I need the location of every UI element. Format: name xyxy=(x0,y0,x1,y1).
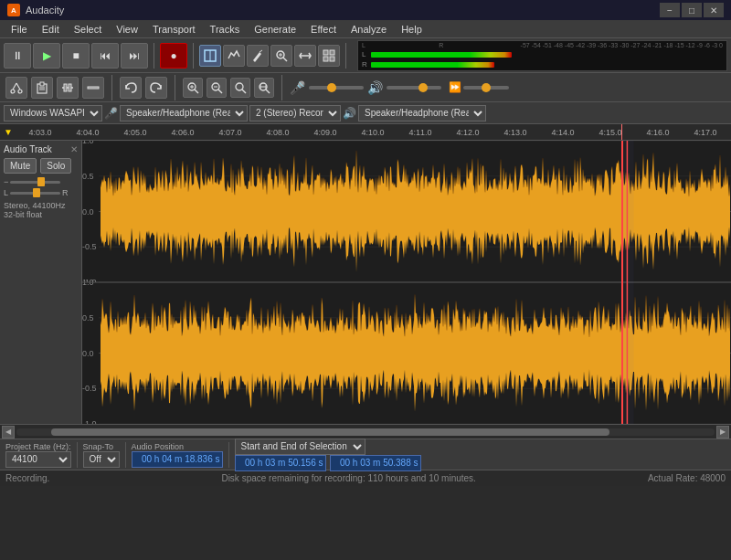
track-info: Stereo, 44100Hz 32-bit float xyxy=(4,201,78,219)
playback-speed-slider[interactable]: ⏩ xyxy=(449,81,509,93)
app-title: Audacity xyxy=(26,5,64,16)
menu-item-select[interactable]: Select xyxy=(67,20,110,38)
scroll-right-button[interactable]: ▶ xyxy=(716,426,729,438)
waveform-area[interactable] xyxy=(82,141,731,424)
zoom-fit-button[interactable] xyxy=(254,78,274,98)
level-label-r: R xyxy=(362,60,369,69)
mute-button[interactable]: Mute xyxy=(4,158,37,174)
input-device-icon: 🎤 xyxy=(104,107,118,120)
menu-item-effect[interactable]: Effect xyxy=(303,20,344,38)
track-controls-panel: Audio Track ✕ Mute Solo − L R Stereo xyxy=(0,141,82,424)
timeline-label: 4:05.0 xyxy=(111,128,159,137)
scroll-track[interactable] xyxy=(16,428,715,436)
mic-volume-slider[interactable] xyxy=(309,86,364,90)
pan-left-label: L xyxy=(4,188,8,197)
timeline-label: 4:13.0 xyxy=(492,128,539,137)
undo-button[interactable] xyxy=(120,77,142,99)
toolbar2-sep1 xyxy=(111,75,112,100)
timeline-label: 4:09.0 xyxy=(302,128,349,137)
timeline-label: 4:06.0 xyxy=(159,128,207,137)
svg-point-13 xyxy=(18,90,22,93)
status-rate: Actual Rate: 48000 xyxy=(648,473,726,483)
skip-start-button[interactable]: ⏮ xyxy=(91,43,119,69)
tool-zoom[interactable] xyxy=(270,45,292,67)
volume-slider[interactable] xyxy=(10,181,60,184)
zoom-out-button[interactable] xyxy=(207,78,227,98)
pan-slider[interactable] xyxy=(10,192,60,195)
selection-start-input[interactable] xyxy=(235,455,326,471)
tool-envelope[interactable] xyxy=(223,45,245,67)
skip-end-button[interactable]: ⏭ xyxy=(121,43,148,69)
tool-draw[interactable] xyxy=(247,45,269,67)
cut-button[interactable] xyxy=(5,77,27,99)
redo-button[interactable] xyxy=(145,77,167,99)
output-volume-slider[interactable] xyxy=(387,86,441,90)
toolbar2-sep2 xyxy=(175,75,175,100)
selection-group: Start and End of Selection xyxy=(235,438,421,471)
channels-select[interactable]: 2 (Stereo) Recor xyxy=(249,105,341,122)
track-info-line1: Stereo, 44100Hz xyxy=(4,201,78,210)
svg-point-12 xyxy=(11,90,15,93)
track-info-line2: 32-bit float xyxy=(4,210,78,219)
audio-host-select[interactable]: Windows WASAPI xyxy=(4,105,102,122)
menu-item-edit[interactable]: Edit xyxy=(35,20,67,38)
menu-item-tracks[interactable]: Tracks xyxy=(203,20,248,38)
mute-solo-controls: Mute Solo xyxy=(4,158,78,174)
timeline-label: 4:07.0 xyxy=(207,128,254,137)
timeline-arrow[interactable]: ▼ xyxy=(4,127,13,137)
svg-point-31 xyxy=(236,83,243,90)
stop-button[interactable]: ■ xyxy=(62,43,90,69)
level-bar-l xyxy=(371,52,723,58)
output-device-select[interactable]: Speaker/Headphone (Realte xyxy=(358,105,486,122)
svg-line-15 xyxy=(16,83,20,90)
tool-select[interactable] xyxy=(199,45,221,67)
track-close-button[interactable]: ✕ xyxy=(70,144,78,154)
scroll-left-button[interactable]: ◀ xyxy=(2,426,15,438)
timeline: ▼ 4:03.04:04.04:05.04:06.04:07.04:08.04:… xyxy=(0,124,731,141)
menu-item-help[interactable]: Help xyxy=(394,20,429,38)
tool-multi[interactable] xyxy=(318,45,340,67)
trim-button[interactable] xyxy=(57,77,79,99)
svg-rect-8 xyxy=(323,50,328,55)
snap-to-select[interactable]: Off xyxy=(83,451,120,468)
close-button[interactable]: ✕ xyxy=(704,3,724,17)
menu-item-transport[interactable]: Transport xyxy=(145,20,203,38)
main-area: Audio Track ✕ Mute Solo − L R Stereo xyxy=(0,141,731,424)
level-bar-r xyxy=(371,62,723,68)
svg-rect-22 xyxy=(69,84,71,91)
menu-item-analyze[interactable]: Analyze xyxy=(344,20,394,38)
record-button[interactable]: ● xyxy=(160,43,187,69)
pause-button[interactable]: ⏸ xyxy=(4,43,31,69)
footer-div2 xyxy=(125,442,126,468)
project-rate-group: Project Rate (Hz): 44100 xyxy=(5,442,71,468)
volume-slider-row: − xyxy=(4,177,78,186)
status-recording: Recording. xyxy=(5,473,49,483)
footer-div3 xyxy=(228,442,229,468)
play-button[interactable]: ▶ xyxy=(33,43,60,69)
silence-button[interactable] xyxy=(82,77,104,99)
pan-slider-row: L R xyxy=(4,188,78,197)
menu-item-view[interactable]: View xyxy=(109,20,145,38)
menubar: FileEditSelectViewTransportTracksGenerat… xyxy=(0,20,731,38)
speaker-icon: 🔊 xyxy=(367,80,383,95)
input-device-select[interactable]: Speaker/Headphone (Realte xyxy=(120,105,248,122)
selection-mode-select[interactable]: Start and End of Selection xyxy=(235,438,366,455)
solo-button[interactable]: Solo xyxy=(40,158,71,174)
paste-button[interactable] xyxy=(31,77,53,99)
audio-position-input[interactable] xyxy=(132,451,223,468)
selection-end-input[interactable] xyxy=(330,455,421,471)
timeline-label: 4:15.0 xyxy=(587,128,634,137)
menu-item-file[interactable]: File xyxy=(4,20,35,38)
zoom-selection-button[interactable] xyxy=(230,78,250,98)
waveform-canvas[interactable] xyxy=(82,141,731,424)
zoom-in-button[interactable] xyxy=(183,78,203,98)
project-rate-select[interactable]: 44100 xyxy=(5,451,71,468)
timeline-label: 4:14.0 xyxy=(539,128,587,137)
maximize-button[interactable]: □ xyxy=(682,3,702,17)
tool-timeshift[interactable] xyxy=(294,45,316,67)
scroll-thumb[interactable] xyxy=(51,428,609,436)
minimize-button[interactable]: − xyxy=(660,3,680,17)
menu-item-generate[interactable]: Generate xyxy=(247,20,303,38)
track-name-label: Audio Track xyxy=(4,144,52,154)
toolbar-edit: 🎤 🔊 ⏩ xyxy=(0,73,731,102)
